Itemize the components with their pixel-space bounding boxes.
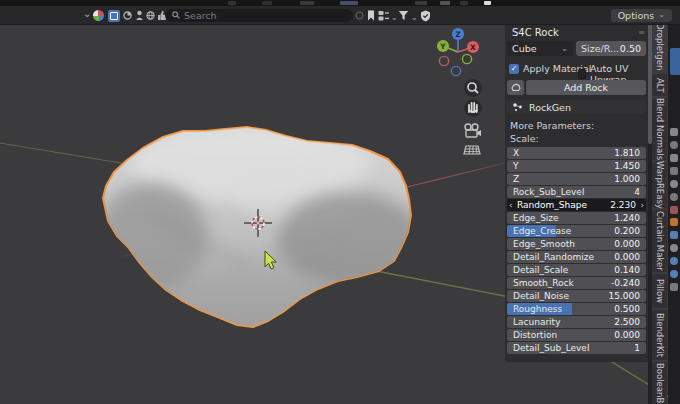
increment-arrow-icon[interactable]: › [640, 199, 644, 211]
outliner-display-icon[interactable] [378, 10, 390, 21]
param-value: -0.240 [611, 278, 640, 288]
param-label: Random_Shape [517, 200, 587, 210]
mode-sphere-icon[interactable] [93, 10, 104, 21]
constraints-tab-icon[interactable] [670, 257, 678, 265]
sidebar-tab-blend-normals[interactable]: Blend Normals [652, 98, 667, 160]
world-tab-icon[interactable] [670, 193, 678, 201]
param-row-detail_randomize[interactable]: Detail_Randomize0.000 [507, 251, 646, 263]
param-row-smooth_rock[interactable]: Smooth_Rock-0.240 [507, 277, 646, 289]
search-placeholder: Search [184, 10, 217, 21]
add-rock-button[interactable]: Add Rock [526, 80, 646, 95]
param-row-edge_smooth[interactable]: Edge_Smooth0.000 [507, 238, 646, 250]
chevron-down-icon[interactable]: ⌄ [411, 14, 418, 22]
param-label: Y [513, 161, 519, 171]
size-field[interactable]: Size/R...0.50 [576, 41, 646, 56]
parameter-list: X1.810Y1.450Z1.000Rock_Sub_Level4‹›Rando… [507, 147, 646, 355]
editor-icon-globe[interactable] [146, 11, 155, 20]
object-type-dropdown[interactable]: Cube⌄ [507, 41, 573, 56]
param-value: 1.000 [614, 174, 640, 184]
param-row-y[interactable]: Y1.450 [507, 160, 646, 172]
svg-text:Z: Z [455, 30, 461, 39]
viewport-nav-overlay: Z Y X [432, 26, 492, 158]
param-row-detail_noise[interactable]: Detail_Noise15.000 [507, 290, 646, 302]
param-row-roughness[interactable]: Roughness0.500 [507, 303, 646, 315]
sidebar-tab-alt[interactable]: ALT [652, 74, 667, 96]
param-row-z[interactable]: Z1.000 [507, 173, 646, 185]
sidebar-tab-dropletgen[interactable]: Dropletgen [652, 22, 667, 72]
param-value: 15.000 [609, 291, 641, 301]
output-tab-icon[interactable] [670, 154, 678, 162]
sidebar-tab-curtain-maker[interactable]: Curtain Maker [652, 210, 667, 272]
shield-check-icon[interactable] [420, 10, 431, 22]
param-label: Detail_Scale [513, 265, 568, 275]
param-value: 4 [634, 187, 640, 197]
more-parameters-label: More Parameters: [510, 120, 594, 131]
param-row-random_shape[interactable]: ‹›Random_Shape2.230 [507, 199, 646, 211]
param-label: Roughness [513, 304, 562, 314]
sidebar-tab-booleanbite[interactable]: BooleanBite [652, 362, 667, 404]
tab-label: BooleanBite [655, 363, 665, 404]
options-button[interactable]: Options⌄ [611, 9, 672, 22]
checkbox-unchecked-icon [578, 69, 586, 79]
material-tab-icon[interactable] [670, 283, 678, 291]
physics-tab-icon[interactable] [670, 206, 678, 214]
param-row-detail_scale[interactable]: Detail_Scale0.140 [507, 264, 646, 276]
particles-tab-icon[interactable] [670, 244, 678, 252]
tab-label: Pillow [655, 279, 665, 303]
bookmark-icon[interactable] [367, 10, 375, 21]
data-tab-icon[interactable] [670, 270, 678, 278]
sidebar-tab-warpreasy[interactable]: WarpREasy [652, 162, 667, 208]
param-row-lacunarity[interactable]: Lacunarity2.500 [507, 316, 646, 328]
chevron-down-icon[interactable]: ⌄ [391, 14, 398, 22]
param-label: Edge_Size [513, 213, 559, 223]
navigation-gizmo[interactable]: Z Y X [437, 28, 479, 76]
svg-text:Y: Y [439, 42, 446, 51]
tab-label: WarpREasy [655, 161, 665, 209]
search-input[interactable]: Search [165, 9, 353, 22]
tool-tab-icon[interactable] [670, 128, 678, 136]
editor-icon-person[interactable] [135, 10, 144, 21]
scene-tab-icon[interactable] [670, 180, 678, 188]
tab-label: Blend Normals [655, 98, 665, 160]
param-value: 1 [634, 343, 640, 353]
param-row-detail_sub_level[interactable]: Detail_Sub_Level1 [507, 342, 646, 354]
sidebar-tab-blenderkit[interactable]: BlenderKit [652, 310, 667, 360]
proportional-edit-icon[interactable] [355, 11, 364, 20]
filter-funnel-icon[interactable] [398, 10, 409, 21]
camera-view-button[interactable] [465, 124, 481, 137]
param-value: 1.450 [614, 161, 640, 171]
properties-tab-strip [668, 0, 680, 404]
param-label: Smooth_Rock [513, 278, 574, 288]
collapse-chevron-icon[interactable]: ⌄ [83, 9, 91, 19]
perspective-toggle-button[interactable] [464, 146, 480, 154]
panel-menu-icon[interactable]: ≡ [638, 28, 645, 37]
active-editor-tab-highlight[interactable] [670, 48, 680, 75]
object-tab-icon[interactable] [670, 218, 678, 226]
param-row-x[interactable]: X1.810 [507, 147, 646, 159]
panel-title[interactable]: S4C Rock [512, 27, 559, 38]
modifier-tab-icon[interactable] [670, 231, 678, 239]
param-row-distortion[interactable]: Distortion0.000 [507, 329, 646, 341]
param-value: 0.200 [614, 226, 640, 236]
param-row-edge_crease[interactable]: Edge_Crease0.200 [507, 225, 646, 237]
gizmo-minus-y-axis [462, 54, 471, 63]
editor-icon-circle[interactable] [123, 11, 132, 20]
checkbox-checked-icon: ✓ [509, 64, 519, 74]
tab-label: BlenderKit [655, 313, 665, 357]
generator-select[interactable]: RockGen [507, 100, 646, 114]
param-value: 1.240 [614, 213, 640, 223]
rock-preset-icon-button[interactable] [507, 80, 524, 95]
pan-view-button[interactable] [464, 99, 482, 117]
param-value: 0.000 [614, 252, 640, 262]
decrement-arrow-icon[interactable]: ‹ [509, 199, 513, 211]
param-row-edge_size[interactable]: Edge_Size1.240 [507, 212, 646, 224]
param-value: 0.000 [614, 239, 640, 249]
render-tab-icon[interactable] [670, 141, 678, 149]
param-label: Distortion [513, 330, 557, 340]
viewlayer-tab-icon[interactable] [670, 167, 678, 175]
zoom-view-button[interactable] [464, 79, 482, 97]
active-tool-icon[interactable] [108, 10, 120, 22]
param-row-rock_sub_level[interactable]: Rock_Sub_Level4 [507, 186, 646, 198]
sidebar-tab-pillow[interactable]: Pillow [652, 274, 667, 308]
param-value: 2.230 [610, 200, 636, 210]
